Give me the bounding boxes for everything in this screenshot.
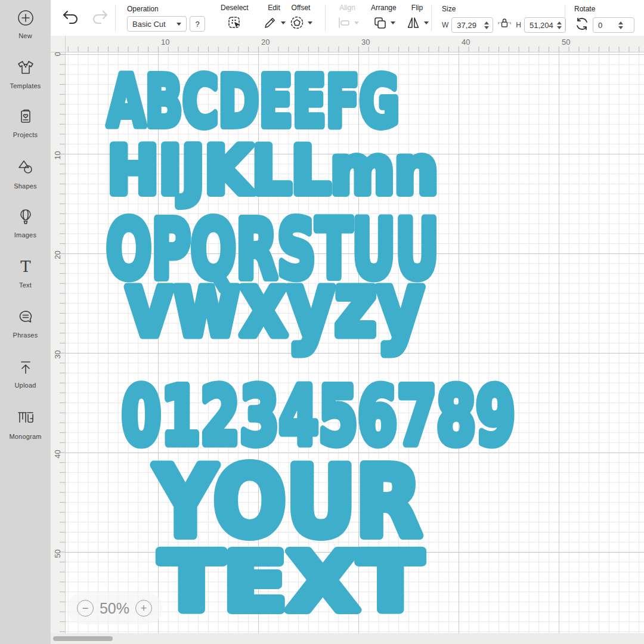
- lock-icon[interactable]: [497, 16, 512, 34]
- zoom-level: 50%: [100, 600, 129, 617]
- ruler-tick-label: 30: [53, 349, 62, 361]
- pencil-icon: [262, 15, 286, 30]
- sidebar-item-shapes[interactable]: Shapes: [0, 157, 51, 190]
- sidebar-item-label: Projects: [13, 131, 38, 138]
- sidebar-item-label: Upload: [14, 382, 36, 389]
- ruler-tick-label: 50: [562, 38, 570, 47]
- offset-pentagon-icon: [289, 15, 312, 30]
- operation-label: Operation: [127, 5, 205, 13]
- sidebar-item-projects[interactable]: Projects: [0, 107, 51, 138]
- horizontal-ruler: 10 20 30 40 50: [66, 36, 644, 52]
- chevron-down-icon: [354, 21, 359, 24]
- chevron-down-icon: [281, 21, 286, 24]
- toolbar-separator: [325, 5, 326, 31]
- ruler-corner: [51, 36, 66, 52]
- operation-select[interactable]: Basic Cut: [127, 16, 187, 32]
- tshirt-icon: [16, 57, 36, 80]
- operation-value: Basic Cut: [132, 20, 166, 29]
- artwork-row-abcdeefg[interactable]: ABCDEEFG: [103, 60, 404, 137]
- height-stepper[interactable]: [556, 21, 565, 29]
- zoom-control: − 50% +: [67, 592, 162, 624]
- size-label: Size: [442, 5, 566, 13]
- ruler-tick-label: 40: [462, 38, 470, 47]
- sidebar-item-new[interactable]: New: [0, 8, 51, 39]
- zoom-in-button[interactable]: +: [135, 600, 152, 617]
- rotate-input[interactable]: [593, 21, 617, 30]
- plus-circle-icon: [16, 8, 35, 30]
- height-input[interactable]: [525, 21, 556, 30]
- flip-button[interactable]: Flip: [405, 4, 429, 30]
- left-sidebar: New Templates Projects Shapes Images T T…: [0, 0, 51, 644]
- undo-button[interactable]: [60, 8, 80, 28]
- vertical-ruler: 0 10 20 30 40 50: [51, 52, 66, 633]
- artwork-row-vwxyzy[interactable]: vwxyzy: [120, 271, 431, 364]
- deselect-button[interactable]: Deselect: [221, 4, 249, 33]
- rotate-stepper[interactable]: [617, 21, 627, 29]
- vertical-ruler-ticks: [60, 52, 65, 633]
- arrange-button[interactable]: Arrange: [371, 4, 397, 30]
- svg-text:vwxyzy: vwxyzy: [126, 253, 424, 356]
- chevron-down-icon: [177, 23, 181, 26]
- rotate-field-wrap: [593, 17, 634, 33]
- ruler-tick-label: 20: [261, 38, 270, 47]
- horizontal-scrollbar[interactable]: [51, 633, 644, 644]
- toolbar-separator: [115, 5, 116, 31]
- svg-text:TEXT: TEXT: [160, 535, 422, 629]
- sidebar-item-phrases[interactable]: Phrases: [0, 308, 51, 339]
- rotate-icon: [574, 16, 590, 34]
- ruler-tick-label: 10: [53, 150, 62, 162]
- sidebar-item-upload[interactable]: Upload: [0, 358, 51, 389]
- zoom-out-button[interactable]: −: [77, 600, 94, 617]
- height-field-wrap: [524, 17, 566, 33]
- upload-arrow-icon: [16, 358, 35, 379]
- scrollbar-thumb[interactable]: [53, 636, 113, 641]
- arrange-layers-icon: [372, 15, 395, 30]
- ruler-tick-label: 50: [53, 548, 62, 560]
- design-canvas[interactable]: ABCDEEFG HIJKLLmn OPQRSTUU vwxyzy 012345…: [66, 52, 644, 633]
- flip-mirror-icon: [405, 15, 429, 30]
- edit-button[interactable]: Edit: [262, 4, 286, 30]
- ruler-tick-label: 20: [53, 249, 62, 261]
- speech-bubble-icon: [16, 308, 35, 329]
- width-stepper[interactable]: [483, 21, 493, 29]
- rotate-label: Rotate: [574, 5, 634, 13]
- sidebar-item-label: Templates: [10, 82, 41, 89]
- offset-button[interactable]: Offset: [289, 4, 312, 30]
- toolbar-separator: [431, 5, 432, 31]
- sidebar-item-label: Text: [19, 281, 32, 289]
- redo-button[interactable]: [90, 8, 110, 28]
- width-label: W: [442, 21, 448, 29]
- triangle-circle-icon: [16, 157, 36, 180]
- width-input[interactable]: [452, 21, 483, 30]
- project-journal-icon: [16, 107, 35, 129]
- ruler-tick-label: 40: [53, 448, 62, 460]
- align-button[interactable]: Align: [336, 4, 359, 30]
- operation-help-button[interactable]: ?: [190, 16, 205, 32]
- svg-text:HIJKLLmn: HIJKLLmn: [107, 132, 438, 209]
- horizontal-ruler-ticks: [66, 47, 644, 52]
- artwork-row-digits[interactable]: 0123456789: [117, 371, 519, 451]
- artwork-row-hijkllmn[interactable]: HIJKLLmn: [103, 130, 442, 205]
- sidebar-item-monogram[interactable]: Monogram: [0, 408, 51, 440]
- sidebar-item-label: Monogram: [9, 433, 41, 440]
- hot-air-balloon-icon: [16, 208, 35, 229]
- sidebar-item-templates[interactable]: Templates: [0, 57, 51, 89]
- sidebar-item-label: Images: [14, 231, 36, 239]
- height-label: H: [516, 21, 521, 29]
- sidebar-item-text[interactable]: T Text: [0, 258, 51, 289]
- chevron-down-icon: [424, 21, 429, 24]
- top-toolbar: Operation Basic Cut ? Deselect Edit Offs…: [51, 0, 644, 36]
- marquee-deselect-icon: [227, 15, 242, 33]
- width-field-wrap: [451, 17, 493, 33]
- sidebar-item-label: Phrases: [13, 332, 38, 339]
- artwork-row-text[interactable]: TEXT: [154, 537, 426, 617]
- sidebar-item-images[interactable]: Images: [0, 208, 51, 239]
- svg-text:T: T: [20, 258, 31, 275]
- ruler-tick-label: 30: [361, 38, 370, 47]
- chevron-down-icon: [391, 21, 395, 24]
- chevron-down-icon: [308, 21, 312, 24]
- artwork-row-your[interactable]: YOUR: [149, 448, 426, 544]
- letter-t-icon: T: [16, 258, 35, 279]
- sidebar-item-label: New: [18, 32, 32, 39]
- ruler-tick-label: 0: [53, 52, 62, 60]
